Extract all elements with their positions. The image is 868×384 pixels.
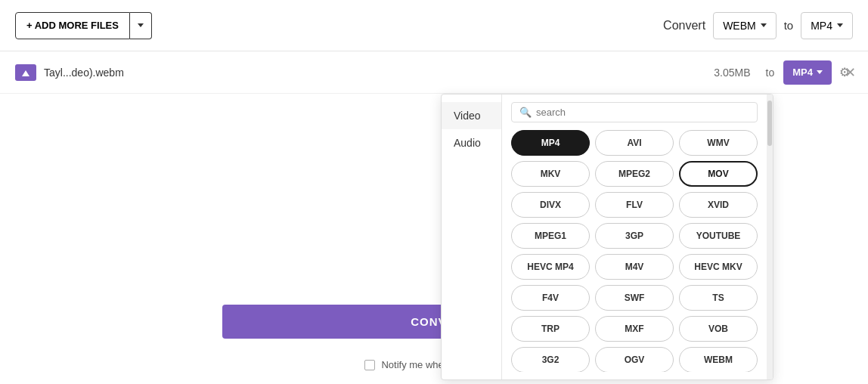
to-format-label: MP4 bbox=[811, 20, 832, 32]
chevron-down-icon bbox=[761, 23, 767, 27]
file-format-label: MP4 bbox=[792, 67, 813, 78]
from-format-button[interactable]: WEBM bbox=[713, 12, 777, 39]
format-chip-3gp[interactable]: 3GP bbox=[595, 223, 674, 249]
file-row: Tayl...deo).webm 3.05MB to MP4 ⚙ ✕ bbox=[0, 51, 868, 94]
format-chip-wmv[interactable]: WMV bbox=[679, 130, 758, 156]
format-chip-f4v[interactable]: F4V bbox=[511, 285, 590, 311]
sidebar-item-video[interactable]: Video bbox=[442, 102, 501, 129]
chevron-down-icon bbox=[817, 70, 823, 74]
file-format-button[interactable]: MP4 bbox=[783, 60, 832, 85]
chevron-down-icon bbox=[837, 23, 843, 27]
chevron-down-icon bbox=[138, 23, 144, 27]
format-chip-vob[interactable]: VOB bbox=[679, 316, 758, 342]
scroll-thumb bbox=[767, 101, 772, 146]
format-chip-divx[interactable]: DIVX bbox=[511, 192, 590, 218]
file-size: 3.05MB bbox=[690, 67, 751, 79]
format-chip-mpeg1[interactable]: MPEG1 bbox=[511, 223, 590, 249]
format-chip-hevc-mkv[interactable]: HEVC MKV bbox=[679, 254, 758, 280]
format-search-box: 🔍 bbox=[511, 102, 758, 122]
format-chip-swf[interactable]: SWF bbox=[595, 285, 674, 311]
format-chip-3g2[interactable]: 3G2 bbox=[511, 347, 590, 372]
notify-checkbox[interactable] bbox=[364, 360, 375, 370]
file-type-icon bbox=[15, 64, 36, 81]
format-chip-mxf[interactable]: MXF bbox=[595, 316, 674, 342]
format-chip-trp[interactable]: TRP bbox=[511, 316, 590, 342]
format-chip-ogv[interactable]: OGV bbox=[595, 347, 674, 372]
format-chip-m4v[interactable]: M4V bbox=[595, 254, 674, 280]
file-name: Tayl...deo).webm bbox=[44, 67, 690, 79]
format-chip-webm[interactable]: WEBM bbox=[679, 347, 758, 372]
header-right: Convert WEBM to MP4 bbox=[663, 12, 853, 39]
scrollbar[interactable] bbox=[767, 94, 773, 379]
add-files-button[interactable]: + ADD MORE FILES bbox=[15, 12, 130, 39]
format-chip-mkv[interactable]: MKV bbox=[511, 161, 590, 187]
format-chip-xvid[interactable]: XVID bbox=[679, 192, 758, 218]
format-grid: MP4AVIWMVMKVMPEG2MOVDIVXFLVXVIDMPEG13GPY… bbox=[511, 130, 758, 372]
format-chip-mp4[interactable]: MP4 bbox=[511, 130, 590, 156]
format-chip-mov[interactable]: MOV bbox=[679, 161, 758, 187]
to-format-button[interactable]: MP4 bbox=[801, 12, 853, 39]
format-chip-hevc-mp4[interactable]: HEVC MP4 bbox=[511, 254, 590, 280]
format-chip-flv[interactable]: FLV bbox=[595, 192, 674, 218]
file-to-label: to bbox=[766, 67, 775, 79]
format-chip-mpeg2[interactable]: MPEG2 bbox=[595, 161, 674, 187]
from-format-label: WEBM bbox=[723, 20, 756, 32]
format-dropdown-panel: Video Audio 🔍 MP4AVIWMVMKVMPEG2MOVDIVXFL… bbox=[441, 94, 773, 380]
convert-label: Convert bbox=[663, 19, 705, 33]
format-chip-youtube[interactable]: YOUTUBE bbox=[679, 223, 758, 249]
remove-file-button[interactable]: ✕ bbox=[845, 66, 856, 79]
header-left: + ADD MORE FILES bbox=[15, 12, 152, 39]
format-search-input[interactable] bbox=[536, 107, 749, 118]
format-type-sidebar: Video Audio bbox=[442, 94, 502, 379]
play-icon bbox=[22, 69, 29, 76]
to-label: to bbox=[784, 19, 794, 32]
format-list-content: 🔍 MP4AVIWMVMKVMPEG2MOVDIVXFLVXVIDMPEG13G… bbox=[502, 94, 767, 379]
format-chip-avi[interactable]: AVI bbox=[595, 130, 674, 156]
header: + ADD MORE FILES Convert WEBM to MP4 bbox=[0, 0, 868, 51]
sidebar-item-audio[interactable]: Audio bbox=[442, 129, 501, 156]
add-files-dropdown-button[interactable] bbox=[130, 12, 152, 39]
format-chip-ts[interactable]: TS bbox=[679, 285, 758, 311]
search-icon: 🔍 bbox=[519, 107, 532, 118]
